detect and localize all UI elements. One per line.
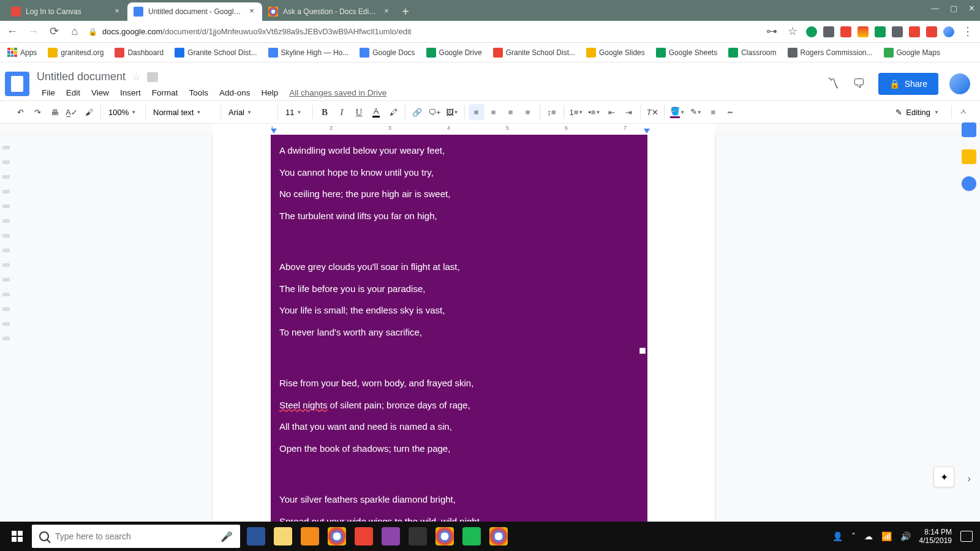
poem-line[interactable]: The life before you is your paradise, [279,283,639,295]
ext-icon[interactable] [840,26,851,37]
close-icon[interactable]: × [382,7,391,16]
bookmark-item[interactable]: Google Docs [360,48,415,58]
spellcheck-button[interactable]: A̲✓ [64,104,80,120]
ext-icon[interactable] [823,26,834,37]
start-button[interactable] [2,522,32,551]
ruler[interactable]: 1234567 [0,124,980,135]
align-justify-button[interactable]: ≡ [520,104,536,120]
ext-icon[interactable] [858,26,869,37]
poem-line[interactable]: Steel nights of silent pain; bronze days… [279,399,639,411]
outline-strip[interactable] [2,135,11,522]
poem-line[interactable]: To never land's worth any sacrifice, [279,326,639,339]
poem-line[interactable]: Rise from your bed, worn body, and fraye… [279,377,639,389]
poem-line[interactable]: Your life is small; the endless sky is v… [279,304,639,317]
clock[interactable]: 8:14 PM 4/15/2019 [919,528,952,545]
poem-line[interactable]: All that you want and need is named a si… [279,421,639,433]
chrome-menu-icon[interactable]: ⋮ [960,24,975,39]
url-field[interactable]: 🔒 docs.google.com/document/d/1jjoMnfeuwu… [88,27,758,36]
reload-button[interactable]: ⟳ [47,24,61,39]
taskbar-app-word[interactable] [243,522,270,551]
close-icon[interactable]: × [113,7,121,16]
ext-icon[interactable] [875,26,886,37]
ext-icon[interactable] [806,26,817,37]
bold-button[interactable]: B [317,104,333,120]
border-color-button[interactable]: ✎▼ [688,104,704,120]
italic-button[interactable]: I [334,104,350,120]
volume-icon[interactable]: 🔊 [900,531,911,541]
explore-button[interactable]: ✦ [933,467,954,487]
profile-avatar-icon[interactable] [943,26,954,37]
highlighted-text-block[interactable]: A dwindling world below your weary feet,… [271,135,647,522]
bookmark-item[interactable]: Granite School Dist... [175,48,257,58]
close-window-button[interactable]: ✕ [968,4,975,13]
poem-line[interactable]: The turbulent wind lifts you far on high… [279,210,639,222]
numbered-list-button[interactable]: 1≡▼ [568,104,586,120]
back-button[interactable]: ← [5,24,20,39]
poem-line[interactable]: No ceiling here; the pure high air is sw… [279,188,639,200]
redo-button[interactable]: ↷ [29,104,45,120]
minimize-button[interactable]: — [931,4,939,13]
mic-icon[interactable]: 🎤 [221,531,233,542]
font-size-select[interactable]: 11▼ [282,108,309,117]
undo-button[interactable]: ↶ [12,104,28,120]
keep-icon[interactable] [962,149,976,164]
scroll-right-button[interactable]: › [962,473,976,487]
poem-line[interactable]: Your silver feathers sparkle diamond bri… [279,493,639,506]
forward-button[interactable]: → [26,24,40,39]
tab-help[interactable]: Ask a Question - Docs Editors Help × [262,2,397,21]
spellcheck-underline[interactable]: Steel nights [279,400,327,410]
decrease-indent-button[interactable]: ⇤ [603,104,619,120]
windows-search-input[interactable]: Type here to search 🎤 [32,525,240,548]
bookmark-item[interactable]: Skyline High — Ho... [268,48,349,58]
menu-format[interactable]: Format [147,86,183,99]
menu-help[interactable]: Help [256,86,283,99]
menu-tools[interactable]: Tools [184,86,214,99]
insert-image-button[interactable]: 🖼▼ [444,104,461,120]
left-indent-marker[interactable] [271,129,277,133]
paint-format-button[interactable]: 🖌 [81,104,97,120]
menu-edit[interactable]: Edit [61,86,85,99]
bookmark-item[interactable]: Google Maps [884,48,940,58]
border-weight-button[interactable]: ≡ [705,104,721,120]
poem-line[interactable]: Open the book of shadows; turn the page, [279,443,639,455]
menu-add-ons[interactable]: Add-ons [214,86,255,99]
fill-color-button[interactable]: 🪣▼ [668,104,687,120]
calendar-icon[interactable] [962,122,976,137]
taskbar-app-snip[interactable] [377,522,404,551]
zoom-select[interactable]: 100%▼ [105,108,141,117]
docs-logo-icon[interactable] [5,72,29,96]
font-select[interactable]: Arial▼ [225,108,274,117]
right-indent-marker[interactable] [644,129,650,133]
bookmark-item[interactable]: Classroom [728,48,776,58]
selection-handle[interactable] [639,348,646,354]
menu-view[interactable]: View [86,86,114,99]
menu-insert[interactable]: Insert [115,86,146,99]
bookmark-item[interactable]: Rogers Commission... [788,48,873,58]
bookmark-item[interactable]: Granite School Dist... [493,48,575,58]
bookmark-item[interactable]: Apps [7,48,37,58]
line-spacing-button[interactable]: ↕≡ [544,104,560,120]
wifi-icon[interactable]: 📶 [881,531,892,541]
mode-select[interactable]: ✎ Editing ▼ [891,108,944,117]
menu-file[interactable]: File [37,86,60,99]
bookmark-item[interactable]: granitesd.org [48,48,104,58]
insert-link-button[interactable]: 🔗 [409,104,425,120]
new-tab-button[interactable]: + [397,4,414,21]
poem-line[interactable]: You cannot hope to know until you try, [279,167,639,179]
taskbar-app-file-explorer[interactable] [270,522,296,551]
home-button[interactable]: ⌂ [67,24,82,39]
save-status[interactable]: All changes saved in Drive [289,86,386,99]
align-center-button[interactable]: ≡ [486,104,502,120]
insert-comment-button[interactable]: 🗨+ [426,104,443,120]
clear-formatting-button[interactable]: T✕ [644,104,660,120]
taskbar-app-outlook[interactable] [296,522,323,551]
print-button[interactable]: 🖶 [47,104,62,120]
people-icon[interactable]: 👤 [832,531,843,541]
collapse-toolbar-button[interactable]: ㅅ [959,107,968,118]
bookmark-item[interactable]: Dashboard [115,48,164,58]
taskbar-app-calculator[interactable] [404,522,431,551]
folder-icon[interactable] [147,72,158,82]
poem-line[interactable]: Spread out your wide wings to the wild, … [279,515,639,522]
tasks-icon[interactable] [962,176,976,191]
key-icon[interactable]: ⊶ [764,24,779,39]
